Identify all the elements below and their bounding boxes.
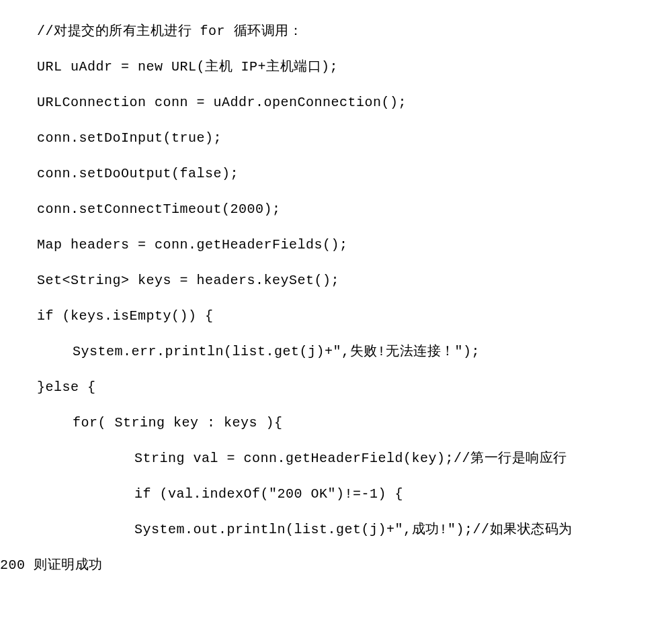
- code-line: conn.setDoInput(true);: [37, 120, 672, 156]
- code-line: if (keys.isEmpty()) {: [37, 298, 672, 334]
- code-line: conn.setDoOutput(false);: [37, 156, 672, 191]
- code-line: //对提交的所有主机进行 for 循环调用：: [37, 13, 672, 49]
- code-line: String val = conn.getHeaderField(key);//…: [37, 441, 672, 476]
- code-line: if (val.indexOf("200 OK")!=-1) {: [37, 476, 672, 512]
- code-line: 200 则证明成功: [0, 547, 672, 583]
- code-block: //对提交的所有主机进行 for 循环调用： URL uAddr = new U…: [0, 0, 672, 583]
- code-line: conn.setConnectTimeout(2000);: [37, 191, 672, 227]
- code-line: Set<String> keys = headers.keySet();: [37, 263, 672, 298]
- code-line: System.err.println(list.get(j)+",失败!无法连接…: [37, 334, 672, 369]
- code-line: URL uAddr = new URL(主机 IP+主机端口);: [37, 49, 672, 85]
- code-line: }else {: [37, 369, 672, 405]
- code-line: Map headers = conn.getHeaderFields();: [37, 227, 672, 263]
- code-line: URLConnection conn = uAddr.openConnectio…: [37, 85, 672, 120]
- code-line: for( String key : keys ){: [37, 405, 672, 441]
- code-line: System.out.println(list.get(j)+",成功!");/…: [37, 512, 672, 547]
